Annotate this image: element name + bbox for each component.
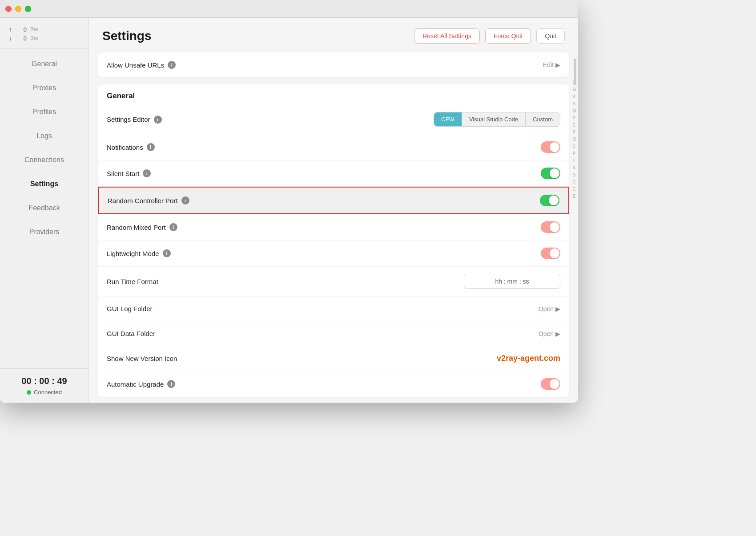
sidebar: ↑ 0 B/s ↓ 0 B/s GeneralProxiesProfilesLo… [0, 18, 89, 403]
show-new-version-icon-row: Show New Version Icon v2ray-agent.com [98, 346, 569, 371]
allow-unsafe-urls-text: Allow Unsafe URLs [107, 61, 164, 69]
title-bar [0, 0, 578, 18]
header-buttons: Reset All Settings Force Quit Quit [414, 28, 565, 44]
run-time-format-input[interactable] [464, 274, 560, 289]
random-controller-port-toggle[interactable] [540, 195, 559, 206]
settings-content: Allow Unsafe URLs i Edit ▶ General Setti… [89, 52, 578, 403]
connected-label: Connected [34, 389, 62, 396]
gui-log-folder-row: GUI Log Folder Open ▶ [98, 296, 569, 321]
maximize-button[interactable] [25, 6, 31, 12]
notifications-toggle[interactable] [541, 141, 560, 153]
show-new-version-icon-text: Show New Version Icon [107, 355, 177, 362]
sidebar-item-logs[interactable]: Logs [0, 124, 88, 148]
main-content: Settings Reset All Settings Force Quit Q… [89, 18, 578, 403]
gui-log-folder-open[interactable]: Open ▶ [539, 305, 560, 312]
allow-unsafe-urls-info-icon[interactable]: i [168, 61, 176, 69]
scrollbar[interactable] [572, 52, 578, 403]
lightweight-mode-row: Lightweight Mode i [98, 240, 569, 267]
random-controller-port-row: Random Controller Port i [98, 187, 569, 214]
run-time-format-label: Run Time Format [107, 278, 158, 285]
settings-editor-text: Settings Editor [107, 116, 150, 123]
gui-log-folder-label: GUI Log Folder [107, 305, 153, 312]
allow-unsafe-urls-row: Allow Unsafe URLs i Edit ▶ [98, 52, 569, 77]
random-controller-port-label: Random Controller Port i [108, 196, 189, 204]
editor-selector: CFW Visual Studio Code Custom [434, 112, 560, 127]
sidebar-item-connections[interactable]: Connections [0, 148, 88, 172]
lightweight-mode-text: Lightweight Mode [107, 250, 159, 257]
sidebar-divider [0, 48, 88, 48]
page-title: Settings [102, 29, 151, 43]
sidebar-item-feedback[interactable]: Feedback [0, 196, 88, 220]
settings-editor-label: Settings Editor i [107, 116, 162, 124]
app-body: ↑ 0 B/s ↓ 0 B/s GeneralProxiesProfilesLo… [0, 18, 578, 403]
lightweight-mode-label: Lightweight Mode i [107, 249, 171, 257]
sidebar-item-general[interactable]: General [0, 52, 88, 76]
automatic-upgrade-label: Automatic Upgrade i [107, 380, 175, 388]
time-display: 00 : 00 : 49 [9, 376, 80, 386]
automatic-upgrade-text: Automatic Upgrade [107, 380, 164, 388]
lightweight-mode-info-icon[interactable]: i [163, 249, 171, 257]
reset-all-settings-button[interactable]: Reset All Settings [414, 28, 480, 44]
notifications-info-icon[interactable]: i [147, 143, 155, 151]
general-section-title: General [98, 84, 569, 105]
upload-stat: ↑ 0 B/s [9, 26, 80, 33]
upload-unit: B/s [30, 26, 38, 32]
notifications-row: Notifications i [98, 134, 569, 160]
sidebar-nav: GeneralProxiesProfilesLogsConnectionsSet… [0, 52, 88, 368]
download-unit: B/s [30, 35, 38, 41]
upload-arrow-icon: ↑ [9, 26, 14, 33]
gui-data-folder-row: GUI Data Folder Open ▶ [98, 321, 569, 346]
editor-option-custom[interactable]: Custom [526, 112, 560, 126]
automatic-upgrade-info-icon[interactable]: i [167, 380, 175, 388]
random-mixed-port-info-icon[interactable]: i [169, 223, 177, 231]
random-mixed-port-label: Random Mixed Port i [107, 223, 177, 231]
close-button[interactable] [5, 6, 12, 12]
download-stat: ↓ 0 B/s [9, 35, 80, 42]
notifications-label: Notifications i [107, 143, 155, 151]
scrollbar-thumb[interactable] [574, 59, 576, 85]
gui-data-folder-open[interactable]: Open ▶ [539, 330, 560, 337]
sidebar-item-providers[interactable]: Providers [0, 220, 88, 244]
download-value: 0 [18, 35, 27, 42]
minimize-button[interactable] [15, 6, 21, 12]
silent-start-toggle[interactable] [541, 168, 560, 179]
silent-start-info-icon[interactable]: i [143, 169, 151, 177]
silent-start-text: Silent Start [107, 170, 139, 177]
automatic-upgrade-row: Automatic Upgrade i [98, 371, 569, 397]
editor-option-cfw[interactable]: CFW [434, 112, 462, 126]
settings-editor-row: Settings Editor i CFW Visual Studio Code… [98, 105, 569, 134]
download-arrow-icon: ↓ [9, 35, 14, 42]
random-mixed-port-row: Random Mixed Port i [98, 214, 569, 240]
sidebar-item-profiles[interactable]: Profiles [0, 100, 88, 124]
connected-status: Connected [9, 389, 80, 396]
gui-data-folder-text: GUI Data Folder [107, 330, 155, 337]
upload-value: 0 [18, 26, 27, 33]
version-text: v2ray-agent.com [497, 354, 560, 363]
silent-start-row: Silent Start i [98, 160, 569, 187]
sidebar-item-proxies[interactable]: Proxies [0, 76, 88, 100]
allow-unsafe-urls-edit[interactable]: Edit ▶ [543, 61, 560, 68]
silent-start-label: Silent Start i [107, 169, 151, 177]
allow-unsafe-urls-card: Allow Unsafe URLs i Edit ▶ [98, 52, 569, 77]
lightweight-mode-toggle[interactable] [541, 248, 560, 259]
sidebar-item-settings[interactable]: Settings [0, 172, 88, 196]
random-mixed-port-text: Random Mixed Port [107, 224, 166, 231]
sidebar-bottom: 00 : 00 : 49 Connected [0, 368, 88, 403]
status-dot-icon [27, 390, 31, 395]
automatic-upgrade-toggle[interactable] [541, 378, 560, 390]
page-header: Settings Reset All Settings Force Quit Q… [89, 18, 578, 52]
editor-option-vscode[interactable]: Visual Studio Code [462, 112, 526, 126]
settings-editor-info-icon[interactable]: i [154, 116, 162, 124]
quit-button[interactable]: Quit [536, 28, 565, 44]
network-stats: ↑ 0 B/s ↓ 0 B/s [0, 21, 88, 48]
show-new-version-icon-label: Show New Version Icon [107, 355, 177, 362]
gui-data-folder-label: GUI Data Folder [107, 330, 155, 337]
run-time-format-text: Run Time Format [107, 278, 158, 285]
random-mixed-port-toggle[interactable] [541, 221, 560, 233]
general-section-card: General Settings Editor i CFW Visual Stu… [98, 84, 569, 397]
force-quit-button[interactable]: Force Quit [485, 28, 531, 44]
random-controller-port-text: Random Controller Port [108, 197, 178, 204]
random-controller-port-info-icon[interactable]: i [181, 196, 189, 204]
gui-log-folder-text: GUI Log Folder [107, 305, 153, 312]
traffic-lights [5, 6, 31, 12]
